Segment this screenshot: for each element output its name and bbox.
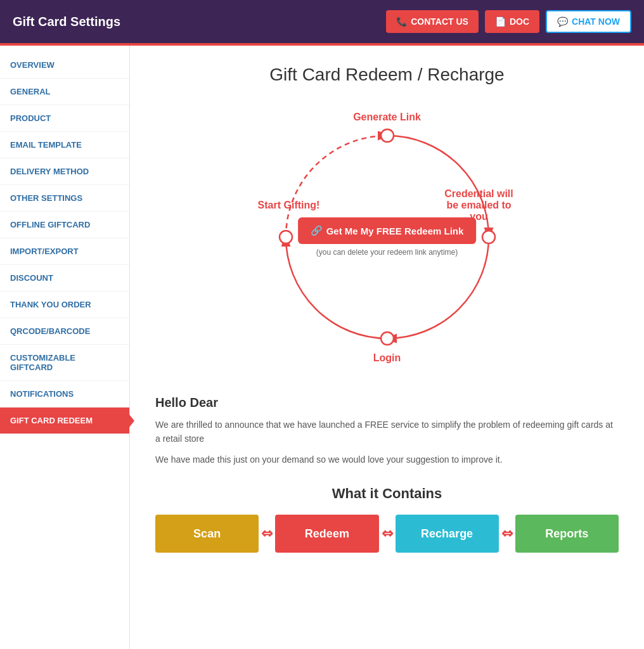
arrow-recharge-reports: ⇔ [501, 525, 513, 542]
link-icon: 🔗 [311, 225, 323, 236]
hello-text-1: We are thrilled to announce that we have… [155, 418, 619, 446]
sidebar-item-delivery-method[interactable]: DELIVERY METHOD [0, 158, 129, 185]
sidebar-item-discount[interactable]: DISCOUNT [0, 265, 129, 292]
arrow-redeem-recharge: ⇔ [382, 525, 393, 542]
box-scan: Scan [155, 515, 259, 553]
svg-point-2 [381, 332, 394, 345]
chat-icon: 💬 [557, 16, 568, 27]
sidebar-item-customizable-giftcard[interactable]: CUSTOMIZABLE GIFTCARD [0, 345, 129, 381]
sidebar-item-other-settings[interactable]: OTHER SETTINGS [0, 185, 129, 212]
label-gifting: Start Gifting! [254, 200, 324, 211]
header: Gift Card Settings 📞 CONTACT US 📄 DOC 💬 … [0, 0, 644, 43]
sidebar-item-thank-you-order[interactable]: THANK YOU ORDER [0, 292, 129, 318]
get-redeem-link-button[interactable]: 🔗 Get Me My FREE Redeem Link [298, 217, 477, 244]
doc-icon: 📄 [495, 16, 506, 27]
contact-us-button[interactable]: 📞 CONTACT US [386, 10, 479, 33]
arrow-scan-redeem: ⇔ [261, 525, 273, 542]
contains-title: What it Contains [155, 485, 619, 502]
sidebar-item-notifications[interactable]: NOTIFICATIONS [0, 381, 129, 408]
contains-boxes: Scan ⇔ Redeem ⇔ Recharge ⇔ Reports [155, 515, 619, 553]
svg-point-3 [280, 231, 292, 243]
box-reports: Reports [515, 515, 619, 553]
layout: OVERVIEW GENERAL PRODUCT EMAIL TEMPLATE … [0, 46, 644, 649]
label-login: Login [373, 352, 401, 364]
center-button-subtext: (you can delete your redeem link anytime… [298, 248, 477, 257]
main-content: Gift Card Redeem / Recharge [130, 46, 644, 649]
box-redeem: Redeem [275, 515, 378, 553]
sidebar-item-import-export[interactable]: IMPORT/EXPORT [0, 238, 129, 265]
hello-text-2: We have made this just on your demand so… [155, 453, 619, 466]
sidebar-item-overview[interactable]: OVERVIEW [0, 52, 129, 79]
sidebar-item-product[interactable]: PRODUCT [0, 105, 129, 132]
sidebar-item-general[interactable]: GENERAL [0, 79, 129, 105]
app-title: Gift Card Settings [13, 15, 120, 29]
hello-section: Hello Dear We are thrilled to announce t… [155, 395, 619, 466]
circular-diagram: Generate Link Credential will be emailed… [254, 104, 520, 370]
header-buttons: 📞 CONTACT US 📄 DOC 💬 CHAT NOW [386, 10, 631, 33]
sidebar-item-email-template[interactable]: EMAIL TEMPLATE [0, 132, 129, 158]
svg-point-1 [482, 231, 495, 243]
chat-now-button[interactable]: 💬 CHAT NOW [546, 10, 631, 33]
page-title: Gift Card Redeem / Recharge [155, 65, 619, 85]
center-button-wrapper: 🔗 Get Me My FREE Redeem Link (you can de… [298, 217, 477, 257]
box-recharge: Recharge [396, 515, 499, 553]
svg-point-0 [381, 129, 394, 142]
sidebar-item-gift-card-redeem[interactable]: GIFT CARD REDEEM [0, 408, 129, 434]
doc-button[interactable]: 📄 DOC [485, 10, 539, 33]
contains-section: What it Contains Scan ⇔ Redeem ⇔ Recharg… [155, 485, 619, 553]
phone-icon: 📞 [396, 16, 407, 27]
sidebar-item-offline-giftcard[interactable]: OFFLINE GIFTCARD [0, 212, 129, 238]
sidebar-item-qrcode-barcode[interactable]: QRCODE/BARCODE [0, 318, 129, 345]
hello-title: Hello Dear [155, 395, 619, 410]
label-generate: Generate Link [353, 112, 421, 123]
sidebar: OVERVIEW GENERAL PRODUCT EMAIL TEMPLATE … [0, 46, 130, 649]
